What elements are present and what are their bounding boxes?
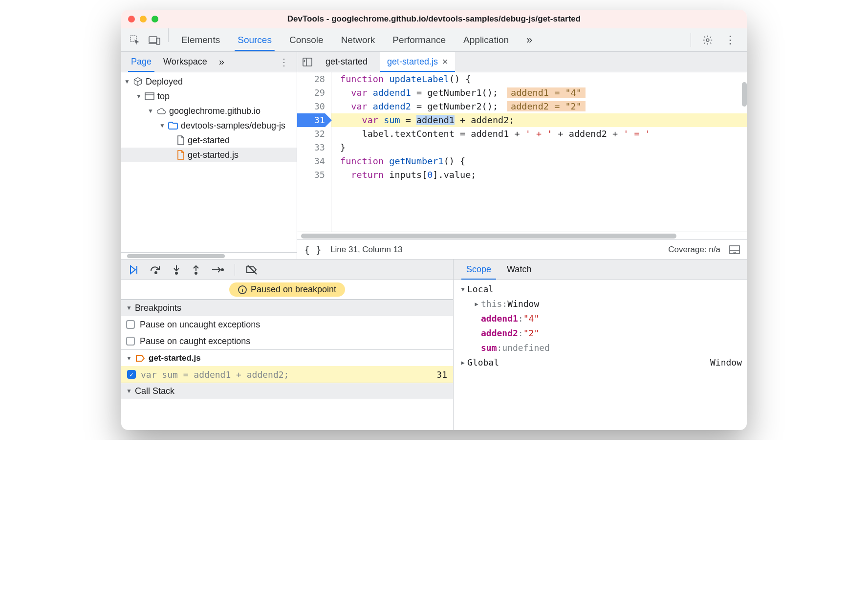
breakpoint-entry[interactable]: ✓ var sum = addend1 + addend2; 31: [121, 366, 453, 383]
tree-top[interactable]: ▼ top: [121, 89, 297, 104]
scope-body: ▼ Local ▶ this: Window addend1: "4"adden…: [454, 280, 747, 430]
step-out-button[interactable]: [192, 264, 200, 275]
gear-icon[interactable]: [698, 35, 717, 45]
navigator-tab-strip: Page Workspace » ⋮: [121, 52, 297, 72]
coverage-label: Coverage: n/a: [668, 245, 720, 255]
file-tab-get-started[interactable]: get-started: [319, 52, 374, 72]
tab-application[interactable]: Application: [455, 28, 518, 51]
debugger-pane: Paused on breakpoint ▼ Breakpoints Pause…: [121, 259, 747, 430]
navigator-tab-page[interactable]: Page: [126, 52, 156, 72]
svg-rect-5: [145, 93, 154, 100]
checkbox-icon[interactable]: [126, 320, 135, 329]
vertical-scrollbar[interactable]: [742, 82, 747, 107]
tab-network[interactable]: Network: [332, 28, 384, 51]
scope-variable[interactable]: addend2: "2": [458, 326, 742, 341]
tabs-overflow-button[interactable]: »: [518, 28, 541, 51]
breakpoint-file-row[interactable]: ▼ get-started.js: [121, 349, 453, 366]
code-line[interactable]: }: [331, 141, 747, 154]
scope-this[interactable]: ▶ this: Window: [458, 297, 742, 311]
scope-global[interactable]: ▶ Global Window: [458, 355, 742, 370]
svg-point-9: [195, 272, 197, 274]
code-view[interactable]: 2829303132333435 function updateLabel() …: [297, 72, 747, 232]
close-icon[interactable]: ✕: [442, 57, 448, 66]
tab-console[interactable]: Console: [281, 28, 332, 51]
js-file-icon: [177, 150, 185, 160]
main-tab-strip: Elements Sources Console Network Perform…: [121, 28, 747, 52]
cursor-position: Line 31, Column 13: [330, 245, 402, 255]
debugger-left: Paused on breakpoint ▼ Breakpoints Pause…: [121, 260, 454, 430]
code-line[interactable]: function getNumber1() {: [331, 154, 747, 168]
paused-banner: Paused on breakpoint: [121, 280, 453, 300]
tab-sources[interactable]: Sources: [229, 28, 281, 51]
scope-local[interactable]: ▼ Local: [458, 282, 742, 297]
tree-file-js[interactable]: get-started.js: [121, 148, 297, 162]
scope-variable[interactable]: addend1: "4": [458, 311, 742, 326]
file-tab-label: get-started: [326, 57, 368, 67]
resume-button[interactable]: [129, 265, 139, 275]
step-over-button[interactable]: [150, 265, 161, 275]
titlebar: DevTools - googlechrome.github.io/devtoo…: [121, 10, 747, 28]
step-into-button[interactable]: [172, 264, 181, 275]
code-editor: 2829303132333435 function updateLabel() …: [297, 72, 747, 259]
editor-status-bar: { } Line 31, Column 13 Coverage: n/a: [297, 239, 747, 259]
window-title: DevTools - googlechrome.github.io/devtoo…: [121, 14, 747, 24]
breakpoints-section-header[interactable]: ▼ Breakpoints: [121, 300, 453, 316]
svg-rect-1: [149, 37, 157, 43]
step-button[interactable]: [211, 266, 224, 274]
breakpoint-badge-icon: [136, 355, 145, 362]
code-line[interactable]: var sum = addend1 + addend2;: [331, 113, 747, 127]
editor-tab-strip: get-started get-started.js ✕: [297, 52, 747, 72]
scope-tab-strip: Scope Watch: [454, 260, 747, 280]
toggle-navigator-icon[interactable]: [302, 57, 313, 67]
frame-icon: [145, 92, 154, 100]
code-line[interactable]: return inputs[0].value;: [331, 168, 747, 182]
navigator-scrollbar[interactable]: [121, 252, 297, 259]
device-toolbar-icon[interactable]: [145, 28, 164, 51]
pause-caught-toggle[interactable]: Pause on caught exceptions: [121, 333, 453, 349]
scope-variable[interactable]: sum: undefined: [458, 341, 742, 355]
navigator-panel: ▼ Deployed ▼ top ▼ googlechrome.github.i…: [121, 72, 297, 259]
editor-scrollbar[interactable]: [297, 232, 747, 239]
checkbox-checked-icon[interactable]: ✓: [127, 370, 136, 379]
info-icon: [238, 285, 247, 294]
svg-point-7: [155, 272, 157, 274]
svg-rect-4: [303, 58, 312, 66]
cloud-icon: [156, 107, 166, 115]
devtools-window: DevTools - googlechrome.github.io/devtoo…: [121, 10, 747, 430]
inspect-element-icon[interactable]: [125, 28, 145, 51]
code-line[interactable]: var addend2 = getNumber2();addend2 = "2": [331, 100, 747, 113]
file-tree: ▼ Deployed ▼ top ▼ googlechrome.github.i…: [121, 72, 297, 252]
navigator-tab-workspace[interactable]: Workspace: [158, 52, 212, 72]
code-line[interactable]: label.textContent = addend1 + ' + ' + ad…: [331, 127, 747, 141]
code-line[interactable]: function updateLabel() {: [331, 72, 747, 86]
navigator-overflow-button[interactable]: »: [214, 52, 229, 72]
code-lines: function updateLabel() { var addend1 = g…: [331, 72, 747, 232]
tab-performance[interactable]: Performance: [384, 28, 455, 51]
pretty-print-icon[interactable]: { }: [304, 244, 322, 256]
deactivate-breakpoints-button[interactable]: [246, 265, 259, 275]
sources-main: ▼ Deployed ▼ top ▼ googlechrome.github.i…: [121, 72, 747, 259]
code-line[interactable]: var addend1 = getNumber1();addend1 = "4": [331, 86, 747, 100]
breakpoints-list: Pause on uncaught exceptions Pause on ca…: [121, 316, 453, 383]
kebab-menu-icon[interactable]: ⋮: [720, 34, 740, 46]
tree-folder[interactable]: ▼ devtools-samples/debug-js: [121, 118, 297, 133]
tree-deployed[interactable]: ▼ Deployed: [121, 74, 297, 89]
call-stack-section-header[interactable]: ▼ Call Stack: [121, 383, 453, 399]
debugger-toolbar: [121, 260, 453, 280]
sources-sub-strip: Page Workspace » ⋮ get-started get-start…: [121, 52, 747, 72]
svg-point-8: [175, 272, 177, 274]
pause-uncaught-toggle[interactable]: Pause on uncaught exceptions: [121, 316, 453, 333]
file-tab-label: get-started.js: [387, 57, 438, 67]
svg-point-10: [221, 269, 223, 271]
tree-file-html[interactable]: get-started: [121, 133, 297, 148]
checkbox-icon[interactable]: [126, 337, 135, 346]
tree-origin[interactable]: ▼ googlechrome.github.io: [121, 104, 297, 118]
show-console-icon[interactable]: [729, 245, 740, 254]
navigator-kebab-icon[interactable]: ⋮: [276, 56, 292, 68]
tab-watch[interactable]: Watch: [499, 260, 539, 280]
line-gutter[interactable]: 2829303132333435: [297, 72, 331, 232]
file-tab-get-started-js[interactable]: get-started.js ✕: [380, 52, 455, 72]
tab-elements[interactable]: Elements: [173, 28, 229, 51]
tab-scope[interactable]: Scope: [458, 260, 499, 280]
document-icon: [177, 135, 185, 145]
